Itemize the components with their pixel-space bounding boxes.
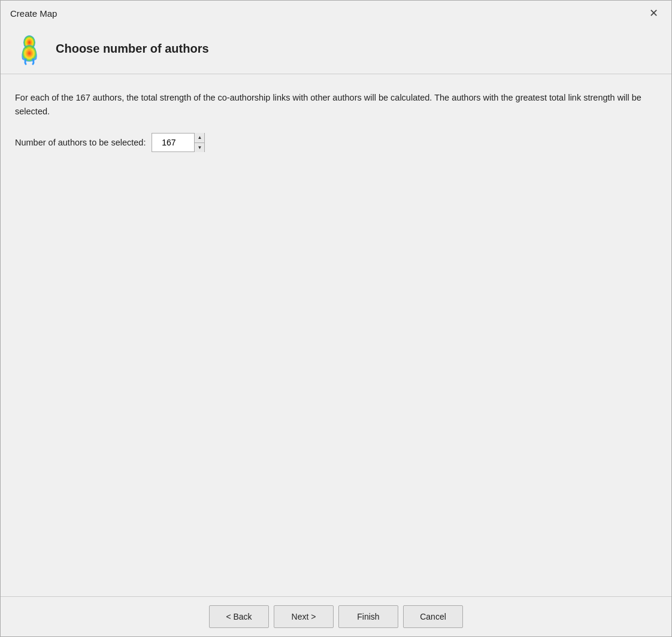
content-area: For each of the 167 authors, the total s… [1, 74, 671, 596]
title-bar: Create Map ✕ [1, 1, 671, 25]
spinner-up-button[interactable]: ▲ [195, 133, 204, 143]
close-button[interactable]: ✕ [646, 7, 662, 20]
description-text: For each of the 167 authors, the total s… [15, 91, 657, 119]
header-title: Choose number of authors [56, 42, 209, 56]
cancel-button[interactable]: Cancel [403, 605, 463, 628]
footer-section: < Back Next > Finish Cancel [1, 596, 671, 636]
author-count-input[interactable] [152, 134, 194, 151]
author-count-spinner[interactable]: ▲ ▼ [152, 133, 205, 152]
header-section: Choose number of authors [1, 25, 671, 74]
finish-button[interactable]: Finish [338, 605, 398, 628]
input-label: Number of authors to be selected: [15, 138, 146, 147]
app-logo-icon [13, 32, 46, 65]
back-button[interactable]: < Back [209, 605, 269, 628]
create-map-dialog: Create Map ✕ Choose number of a [0, 0, 672, 637]
dialog-title: Create Map [10, 8, 57, 19]
spinner-down-button[interactable]: ▼ [195, 143, 204, 153]
spinner-buttons: ▲ ▼ [194, 133, 204, 152]
input-row: Number of authors to be selected: ▲ ▼ [15, 133, 657, 152]
next-button[interactable]: Next > [274, 605, 334, 628]
